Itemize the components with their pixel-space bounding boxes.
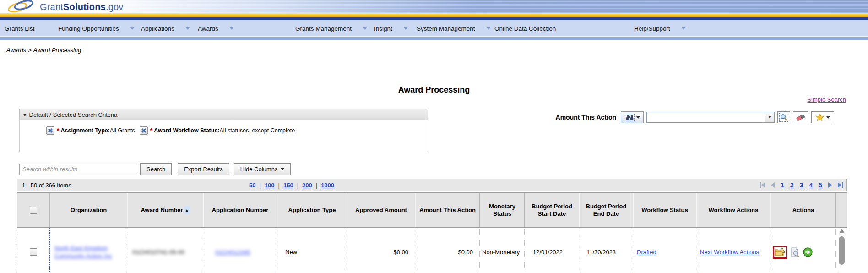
col-application-number[interactable]: Application Number — [203, 193, 277, 227]
remove-filter-button[interactable] — [140, 126, 148, 135]
nav-insight[interactable]: Insight — [374, 20, 408, 37]
table-scrollbar[interactable] — [836, 228, 847, 273]
budget-end-cell: 11/30/2023 — [579, 228, 633, 273]
organization-cell: North East Kingdom Community Action Inc — [50, 228, 127, 273]
select-all-checkbox[interactable] — [30, 207, 37, 214]
preview-document-button[interactable] — [791, 247, 800, 257]
open-folder-edit-button[interactable] — [773, 246, 787, 259]
workflow-status-cell: Drafted — [633, 228, 696, 273]
search-criteria-panel: ▾ Default / Selected Search Criteria * A… — [19, 109, 428, 152]
chevron-down-icon — [130, 27, 135, 30]
col-monetary-status[interactable]: Monetary Status — [480, 193, 525, 227]
page-1[interactable]: 1 — [781, 181, 784, 189]
first-page-icon — [761, 182, 765, 188]
favorites-button[interactable] — [811, 111, 834, 123]
amount-combobox: ▼ — [646, 112, 775, 123]
nav-grants-management[interactable]: Grants Management — [295, 20, 367, 37]
breadcrumb-page: Award Processing — [33, 47, 81, 54]
application-number-cell: 01CH012345 — [203, 228, 277, 273]
chevron-down-icon — [636, 116, 640, 119]
col-approved-amount[interactable]: Approved Amount — [347, 193, 415, 227]
col-budget-end[interactable]: Budget Period End Date — [579, 193, 633, 227]
search-within-results-input[interactable] — [19, 164, 136, 175]
page-4[interactable]: 4 — [809, 181, 813, 189]
next-workflow-actions-link[interactable]: Next Workflow Actions — [700, 248, 759, 257]
remove-filter-button[interactable] — [46, 126, 54, 135]
page-size-links: 50 | 100 | 150 | 200 | 1000 — [249, 179, 334, 191]
eraser-icon — [796, 114, 806, 121]
items-summary: 1 - 50 of 366 items — [22, 182, 71, 189]
hide-columns-button[interactable]: Hide Columns — [234, 163, 291, 175]
page-2[interactable]: 2 — [790, 181, 794, 189]
combo-dropdown-button[interactable]: ▼ — [765, 112, 774, 122]
chevron-down-icon — [403, 27, 408, 30]
col-budget-start[interactable]: Budget Period Start Date — [525, 193, 579, 227]
amount-input[interactable] — [646, 112, 775, 123]
clear-search-button[interactable] — [793, 111, 808, 123]
nav-funding-opportunities[interactable]: Funding Opportunities — [58, 20, 135, 37]
workflow-actions-cell: Next Workflow Actions — [696, 228, 770, 273]
nav-grants-list[interactable]: Grants List — [5, 20, 34, 37]
nav-system-management[interactable]: System Management — [417, 20, 491, 37]
required-asterisk: * — [150, 128, 152, 133]
export-results-button[interactable]: Export Results — [178, 163, 229, 175]
page-3[interactable]: 3 — [800, 181, 803, 189]
application-type-cell: New — [277, 228, 347, 273]
chevron-down-icon — [281, 168, 284, 170]
field-selector-button[interactable] — [621, 111, 644, 123]
page-size-150[interactable]: 150 — [283, 182, 293, 189]
application-number-link[interactable]: 01CH012345 — [215, 248, 250, 256]
organization-link[interactable]: North East Kingdom Community Action Inc — [54, 244, 123, 260]
chevron-down-icon — [826, 116, 830, 119]
folder-edit-icon — [775, 248, 786, 257]
col-actions[interactable]: Actions — [770, 193, 836, 227]
col-amount-this-action[interactable]: Amount This Action — [415, 193, 480, 227]
first-page-button[interactable] — [760, 182, 765, 188]
page-size-1000[interactable]: 1000 — [321, 182, 334, 189]
nav-applications[interactable]: Applications — [141, 20, 190, 37]
nav-help-support[interactable]: Help/Support — [634, 20, 686, 37]
filter-value: All statuses, except Complete — [220, 127, 295, 134]
row-checkbox[interactable] — [30, 248, 37, 256]
search-button[interactable]: Search — [140, 163, 172, 175]
document-magnifier-icon — [791, 247, 800, 257]
table-row: North East Kingdom Community Action Inc … — [17, 228, 847, 273]
nav-awards[interactable]: Awards — [198, 20, 234, 37]
col-workflow-actions[interactable]: Workflow Actions — [696, 193, 770, 227]
scroll-up-icon[interactable] — [839, 229, 845, 233]
sort-asc-icon: ▲ — [184, 206, 190, 214]
run-search-button[interactable] — [777, 111, 790, 123]
simple-search-link[interactable]: Simple Search — [807, 96, 846, 103]
col-organization[interactable]: Organization — [50, 193, 127, 227]
chevron-down-icon — [363, 27, 367, 30]
workflow-status-link[interactable]: Drafted — [637, 248, 656, 257]
actions-cell — [770, 228, 836, 273]
chevron-down-icon — [229, 27, 234, 30]
yellow-divider — [0, 13, 868, 17]
magnifier-icon — [779, 113, 788, 122]
last-page-button[interactable] — [838, 182, 843, 188]
col-application-type[interactable]: Application Type — [277, 193, 347, 227]
next-page-button[interactable] — [828, 182, 832, 188]
go-next-button[interactable] — [803, 247, 813, 257]
page-size-100[interactable]: 100 — [265, 182, 275, 189]
grantsolutions-logo[interactable]: GrantSolutions.gov — [6, 0, 124, 13]
scrollbar-thumb[interactable] — [839, 236, 845, 265]
page-size-200[interactable]: 200 — [302, 182, 312, 189]
page-5[interactable]: 5 — [819, 181, 822, 189]
filter-label: Award Workflow Status: — [154, 127, 219, 134]
navy-divider — [0, 17, 868, 20]
col-workflow-status[interactable]: Workflow Status — [633, 193, 696, 227]
criteria-panel-body: * Assignment Type: All Grants * Award Wo… — [19, 120, 428, 152]
amount-filter-label: Amount This Action — [556, 114, 616, 121]
criteria-panel-title: Default / Selected Search Criteria — [29, 111, 118, 118]
page-size-50[interactable]: 50 — [249, 182, 255, 189]
previous-page-button[interactable] — [771, 182, 775, 188]
nav-bottom-strip — [0, 37, 868, 40]
criteria-panel-header[interactable]: ▾ Default / Selected Search Criteria — [19, 109, 428, 120]
col-award-number[interactable]: Award Number▲ — [127, 193, 203, 227]
scrollbar-header-spacer — [836, 193, 847, 227]
budget-start-cell: 12/01/2022 — [525, 228, 579, 273]
results-table: 1 - 50 of 366 items 50 | 100 | 150 | 200… — [17, 179, 847, 273]
nav-online-data-collection[interactable]: Online Data Collection — [494, 20, 556, 37]
